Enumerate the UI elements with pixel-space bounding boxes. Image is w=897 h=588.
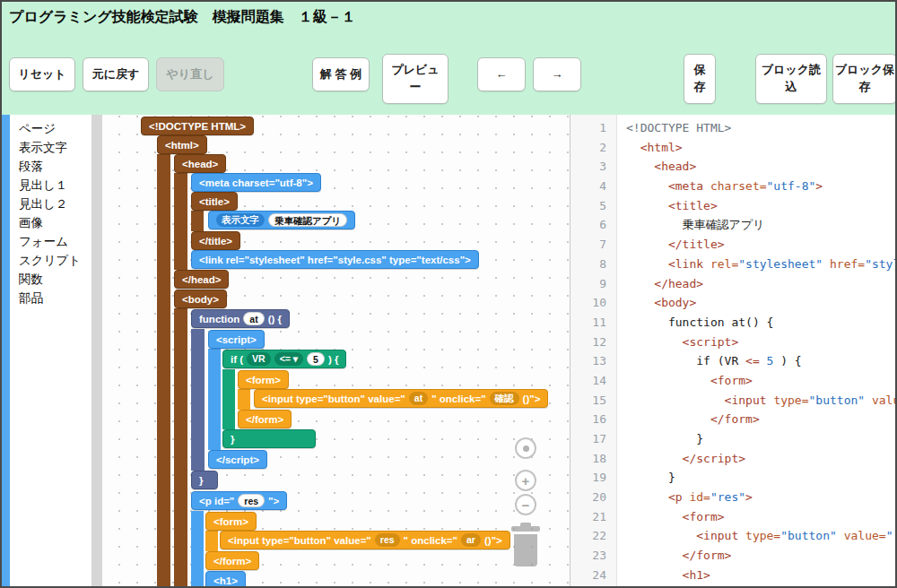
code-line-15: 15 <input type="button" value=" at " onc… <box>570 391 897 411</box>
line-number: 2 <box>570 138 617 158</box>
toolbox-category-9[interactable]: 関数 <box>10 270 91 289</box>
block-function-open[interactable]: functionat() { <box>191 309 290 328</box>
zoom-in-button[interactable]: + <box>515 470 536 491</box>
block-label: " onclick=" <box>404 535 457 546</box>
block-label: } <box>199 475 203 486</box>
toolbox-category-6[interactable]: 画像 <box>10 213 91 232</box>
block-field[interactable]: res <box>375 533 400 547</box>
toolbar-button-preview[interactable]: プレビュ ー <box>382 54 448 104</box>
block-field[interactable]: res <box>238 494 265 507</box>
toolbar-button-block-load[interactable]: ブロック読 込 <box>755 54 827 104</box>
code-line-7: 7 </title> <box>570 235 897 255</box>
zoom-out-button[interactable]: − <box>515 494 536 515</box>
block-field[interactable]: <= ▾ <box>274 352 303 366</box>
toolbox-category-3[interactable]: 段落 <box>10 157 91 176</box>
block-meta-charset[interactable]: <meta charset="utf-8"> <box>191 173 321 192</box>
block-html-open[interactable]: <html> <box>157 135 207 154</box>
block-field[interactable]: at <box>409 392 428 405</box>
line-number: 18 <box>570 449 617 469</box>
toolbox-category-5[interactable]: 見出し２ <box>10 195 91 213</box>
block-label: if ( <box>231 354 243 365</box>
block-field[interactable]: 表示文字 <box>216 213 265 227</box>
block-if-close[interactable]: } <box>222 429 316 448</box>
block-title-close[interactable]: </title> <box>191 231 240 250</box>
toolbar-button-answer[interactable]: 解 答 例 <box>312 57 370 91</box>
block-form-close[interactable]: </form> <box>238 410 292 428</box>
line-number: 16 <box>570 410 617 429</box>
block-if-spine[interactable] <box>222 369 235 429</box>
toolbox-category-4[interactable]: 見出し１ <box>10 176 91 195</box>
toolbar-button-undo[interactable]: 元に戻す <box>83 57 149 91</box>
block-field[interactable]: ar <box>461 533 481 547</box>
code-line-1: 1<!DOCTYPE HTML> <box>570 118 897 138</box>
toolbox-category-10[interactable]: 部品 <box>10 289 91 307</box>
block-head-close[interactable]: </head> <box>174 270 229 289</box>
block-p-open[interactable]: <p id="res"> <box>191 491 287 510</box>
code-line-6: 6 乗車確認アプリ <box>570 215 897 235</box>
block-label: ()"> <box>484 535 502 546</box>
code-lines: 1<!DOCTYPE HTML>2 <html>3 <head>4 <meta … <box>570 118 897 588</box>
line-number: 6 <box>570 215 617 235</box>
block-script-close[interactable]: </script> <box>208 450 267 469</box>
block-field[interactable]: 5 <box>307 352 325 366</box>
block-form-open[interactable]: <form> <box>238 370 289 389</box>
block-input-button-1[interactable]: <input type="button" value="at" onclick=… <box>254 389 548 408</box>
toolbar-button-reset[interactable]: リセット <box>9 57 75 91</box>
block-script-spine[interactable] <box>208 349 221 450</box>
block-form2-open[interactable]: <form> <box>205 512 257 531</box>
toolbox-category-7[interactable]: フォーム <box>10 232 91 251</box>
toolbox-category-1[interactable]: ページ <box>10 119 91 138</box>
block-function-spine[interactable] <box>191 329 205 471</box>
trash-can-icon[interactable] <box>508 523 544 566</box>
block-p-spine[interactable] <box>191 511 204 588</box>
block-display-text[interactable]: 表示文字乗車確認アプリ <box>208 211 355 229</box>
toolbox-category-2[interactable]: 表示文字 <box>10 138 91 157</box>
code-line-19: 19 } <box>570 468 897 488</box>
block-head-open[interactable]: <head> <box>174 154 226 173</box>
block-form2-close[interactable]: </form> <box>205 551 259 570</box>
block-title-open[interactable]: <title> <box>191 192 238 211</box>
block-input-button-2[interactable]: <input type="button" value="res" onclick… <box>220 531 510 549</box>
line-number: 9 <box>570 274 617 294</box>
block-html-spine[interactable] <box>157 154 170 588</box>
toolbar-button-block-save[interactable]: ブロック保 存 <box>832 54 897 104</box>
block-h1-open[interactable]: <h1> <box>205 571 246 588</box>
toolbar-button-back[interactable]: ← <box>477 57 526 91</box>
code-line-4: 4 <meta charset="utf-8"> <box>570 177 897 196</box>
block-field[interactable]: VR <box>247 352 271 366</box>
block-script-open[interactable]: <script> <box>208 330 265 349</box>
zoom-reset-button[interactable] <box>515 437 536 459</box>
block-head-spine[interactable] <box>174 173 187 270</box>
block-form-spine[interactable] <box>238 389 250 410</box>
block-field[interactable]: at <box>243 312 264 325</box>
block-label: </form> <box>213 556 251 566</box>
block-function-close[interactable]: } <box>191 471 218 489</box>
toolbar-button-save[interactable]: 保 存 <box>684 54 716 104</box>
toolbar-button-forward[interactable]: → <box>533 57 581 91</box>
block-field[interactable]: 乗車確認アプリ <box>268 213 347 227</box>
block-label: <link rel="stylesheet" href="style.css" … <box>199 255 471 265</box>
block-body-open[interactable]: <body> <box>174 290 227 308</box>
code-line-3: 3 <head> <box>570 157 897 177</box>
block-doctype[interactable]: <!DOCTYPE HTML> <box>141 117 254 135</box>
block-label: } <box>231 434 234 445</box>
block-body-spine[interactable] <box>174 308 187 588</box>
block-field[interactable]: 確認 <box>490 392 519 405</box>
blockly-workspace[interactable]: + − <!DOCTYPE HTML><html><head><meta cha… <box>102 115 570 588</box>
line-number: 13 <box>570 351 617 371</box>
line-number: 5 <box>570 196 617 216</box>
line-number: 20 <box>570 488 617 507</box>
code-line-25: 25 乗車確認 <box>570 585 897 588</box>
block-if-open[interactable]: if (VR<= ▾5) { <box>222 350 346 368</box>
block-label: <head> <box>182 159 218 169</box>
block-title-spine[interactable] <box>191 211 204 231</box>
block-label: <script> <box>216 334 257 345</box>
toolbox-category-8[interactable]: スクリプト <box>10 251 91 270</box>
block-link-css[interactable]: <link rel="stylesheet" href="style.css" … <box>191 250 479 269</box>
block-form2-spine[interactable] <box>205 531 218 551</box>
code-line-23: 23 </form> <box>570 546 897 566</box>
plus-icon: + <box>522 473 530 489</box>
block-label: ) { <box>328 354 339 365</box>
code-panel[interactable]: 1<!DOCTYPE HTML>2 <html>3 <head>4 <meta … <box>570 115 897 588</box>
code-line-8: 8 <link rel="stylesheet" href="style.css… <box>570 255 897 274</box>
